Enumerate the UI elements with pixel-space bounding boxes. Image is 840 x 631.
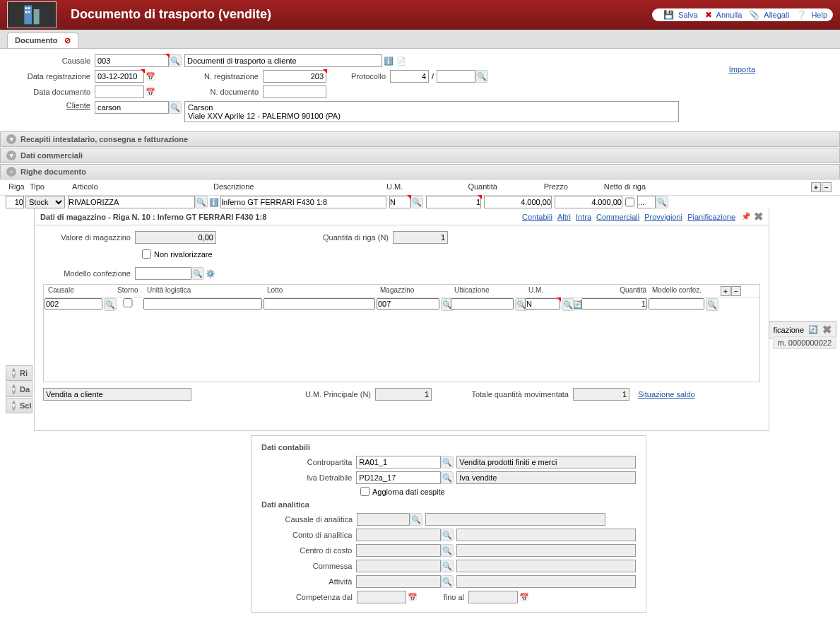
help-button[interactable]: ❔Help: [793, 10, 827, 20]
mov-um[interactable]: N: [525, 298, 560, 309]
lookup-icon[interactable]: 🔍: [441, 544, 454, 557]
close-icon[interactable]: ✖: [822, 323, 832, 336]
lookup-icon[interactable]: 🔍: [441, 529, 454, 541]
required-marker: [165, 54, 170, 58]
refresh-icon[interactable]: 🔄: [808, 325, 818, 334]
nonrivalorizzare-check[interactable]: [142, 249, 151, 259]
tab-contabili[interactable]: Contabili: [522, 213, 552, 221]
save-button[interactable]: 💾Salva: [661, 10, 698, 20]
close-icon[interactable]: ⊘: [64, 36, 71, 45]
tipo-select[interactable]: Stock: [25, 196, 65, 208]
ndoc-input[interactable]: [263, 85, 326, 98]
anal-commessa[interactable]: [356, 560, 441, 572]
importa-link[interactable]: Importa: [729, 65, 755, 73]
cliente-lookup-icon[interactable]: 🔍: [169, 101, 182, 114]
add-mov-button[interactable]: +: [721, 286, 730, 296]
add-row-button[interactable]: +: [811, 182, 821, 192]
page-title: Documento di trasporto (vendite): [71, 7, 652, 22]
datadoc-input[interactable]: [95, 85, 144, 98]
section-recapiti[interactable]: ▾Recapiti intestatario, consegna e fattu…: [0, 131, 840, 147]
mov-lotto[interactable]: [264, 298, 375, 309]
mov-modconf[interactable]: [649, 298, 704, 309]
lookup-icon[interactable]: 🔍: [706, 298, 718, 311]
aggiorna-check[interactable]: [360, 487, 369, 496]
section-righe[interactable]: −Righe documento: [0, 164, 840, 179]
svg-rect-3: [28, 7, 30, 9]
anal-causale[interactable]: [357, 513, 410, 526]
clip-icon: 📎: [749, 10, 759, 20]
causale-lookup-icon[interactable]: 🔍: [169, 54, 182, 67]
gear-icon[interactable]: ⚙️: [204, 267, 217, 280]
calendar-icon[interactable]: 📅: [518, 591, 531, 603]
document-icon[interactable]: 📄: [395, 54, 408, 67]
extra-cell[interactable]: ...: [637, 196, 656, 208]
tab-documento[interactable]: Documento ⊘: [7, 33, 78, 48]
modconf-lookup-icon[interactable]: 🔍: [191, 267, 204, 280]
mov-ubicazione[interactable]: [451, 298, 514, 309]
netto-cell[interactable]: 4.000,00: [555, 196, 622, 208]
lookup-icon[interactable]: 🔍: [441, 471, 454, 484]
lookup-icon[interactable]: 🔍: [441, 575, 454, 588]
articolo-lookup-icon[interactable]: 🔍: [195, 196, 208, 208]
section-ri[interactable]: ▾Ri: [6, 365, 32, 381]
modconf-input[interactable]: [135, 267, 191, 280]
info-icon[interactable]: ℹ️: [208, 196, 220, 208]
um-lookup-icon[interactable]: 🔍: [410, 196, 423, 208]
hidden-row-fragment: m. 0000000022: [773, 336, 836, 349]
protocollo-extra-input[interactable]: [437, 70, 475, 83]
attachments-button[interactable]: 📎Allegati: [746, 10, 789, 20]
mov-causale[interactable]: 002: [45, 298, 102, 309]
analytics-heading: Dati analitica: [261, 500, 636, 509]
lookup-icon[interactable]: 🔍: [410, 513, 422, 526]
mov-magazzino[interactable]: 007: [377, 298, 439, 309]
remove-row-button[interactable]: −: [822, 182, 832, 192]
section-da[interactable]: ▾Da: [6, 382, 32, 397]
lookup-icon[interactable]: 🔍: [441, 456, 454, 468]
mov-quantita[interactable]: 1: [581, 298, 647, 309]
section-commerciali[interactable]: ▾Dati commerciali: [0, 148, 840, 163]
remove-mov-button[interactable]: −: [731, 286, 741, 296]
mov-unita[interactable]: [143, 298, 262, 309]
expand-icon: ▾: [6, 151, 16, 160]
protocollo-label: Protocollo: [326, 72, 390, 81]
descrizione-cell[interactable]: Inferno GT FERRARI F430 1:8: [220, 196, 386, 208]
lookup-icon[interactable]: 🔍: [441, 560, 454, 572]
finoal-input[interactable]: [468, 591, 518, 603]
tab-pianificazione[interactable]: Pianificazione: [687, 213, 735, 221]
info-icon[interactable]: ℹ️: [382, 54, 395, 67]
contropartita-desc: Vendita prodotti finiti e merci: [456, 456, 636, 468]
cliente-label[interactable]: Cliente: [10, 101, 95, 110]
compdal-input[interactable]: [357, 591, 406, 603]
close-icon[interactable]: ✖: [754, 210, 763, 223]
anal-centro[interactable]: [356, 544, 441, 557]
tab-altri[interactable]: Altri: [557, 213, 571, 221]
contropartita-input[interactable]: RA01_1: [356, 456, 441, 468]
cancel-button[interactable]: ✖Annulla: [702, 10, 743, 20]
causale-input[interactable]: 003: [95, 54, 169, 67]
articolo-cell[interactable]: RIVALORIZZA: [68, 196, 195, 208]
nreg-input[interactable]: 203: [263, 70, 326, 83]
calendar-icon[interactable]: 📅: [406, 591, 419, 603]
tab-provvigioni[interactable]: Provvigioni: [644, 213, 682, 221]
calendar-icon[interactable]: 📅: [144, 70, 157, 83]
prezzo-cell[interactable]: 4.000,00: [484, 196, 552, 208]
mov-storno-check[interactable]: [114, 298, 142, 307]
quantita-cell[interactable]: 1: [426, 196, 481, 208]
section-scl[interactable]: ▾Scl: [6, 398, 32, 413]
datareg-input[interactable]: 03-12-2010: [95, 70, 144, 83]
tab-intra[interactable]: Intra: [576, 213, 591, 221]
riga-cell[interactable]: 10: [6, 196, 24, 208]
protocollo-input[interactable]: 4: [390, 70, 429, 83]
iva-input[interactable]: PD12a_17: [356, 471, 441, 484]
pin-icon[interactable]: 📌: [741, 212, 751, 221]
tab-commerciali[interactable]: Commerciali: [596, 213, 639, 221]
situazione-saldo-link[interactable]: Situazione saldo: [638, 390, 695, 399]
row-check[interactable]: [625, 196, 634, 208]
anal-conto[interactable]: [356, 529, 441, 541]
calendar-icon[interactable]: 📅: [144, 85, 157, 98]
anal-attivita[interactable]: [356, 575, 441, 588]
extra-lookup-icon[interactable]: 🔍: [656, 196, 668, 208]
protocollo-lookup-icon[interactable]: 🔍: [475, 70, 488, 83]
cliente-input[interactable]: carson: [95, 101, 169, 114]
movements-grid: Causale Storno Unità logistica Lotto Mag…: [43, 284, 760, 382]
